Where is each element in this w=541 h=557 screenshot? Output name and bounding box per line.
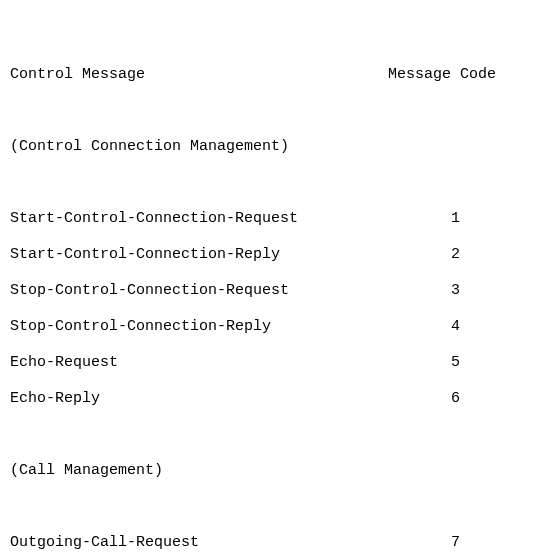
- msg-name: Outgoing-Call-Request: [10, 534, 388, 552]
- table-row: Stop-Control-Connection-Request3: [10, 282, 531, 300]
- msg-code: 3: [388, 282, 460, 300]
- table-header-row: Control MessageMessage Code: [10, 66, 531, 84]
- table-row: Echo-Reply6: [10, 390, 531, 408]
- blank-line: [10, 498, 531, 516]
- msg-code: 5: [388, 354, 460, 372]
- group-header-control-connection-management: (Control Connection Management): [10, 138, 531, 156]
- group-header-call-management: (Call Management): [10, 462, 531, 480]
- msg-code: 6: [388, 390, 460, 408]
- header-control-message: Control Message: [10, 66, 388, 84]
- blank-line: [10, 102, 531, 120]
- msg-name: Start-Control-Connection-Reply: [10, 246, 388, 264]
- msg-name: Stop-Control-Connection-Reply: [10, 318, 388, 336]
- msg-name: Start-Control-Connection-Request: [10, 210, 388, 228]
- table-row: Start-Control-Connection-Request1: [10, 210, 531, 228]
- blank-line: [10, 426, 531, 444]
- table-row: Outgoing-Call-Request7: [10, 534, 531, 552]
- msg-code: 7: [388, 534, 460, 552]
- msg-code: 1: [388, 210, 460, 228]
- msg-code: 2: [388, 246, 460, 264]
- table-row: Echo-Request5: [10, 354, 531, 372]
- msg-code: 4: [388, 318, 460, 336]
- msg-name: Stop-Control-Connection-Request: [10, 282, 388, 300]
- table-row: Stop-Control-Connection-Reply4: [10, 318, 531, 336]
- blank-line: [10, 174, 531, 192]
- header-message-code: Message Code: [388, 66, 496, 84]
- table-row: Start-Control-Connection-Reply2: [10, 246, 531, 264]
- msg-name: Echo-Request: [10, 354, 388, 372]
- msg-name: Echo-Reply: [10, 390, 388, 408]
